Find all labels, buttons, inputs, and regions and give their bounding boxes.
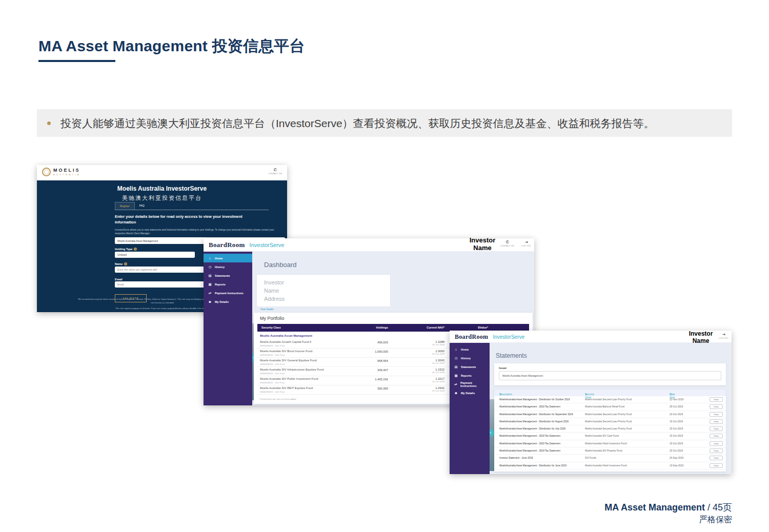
view-button[interactable]: View bbox=[710, 448, 723, 453]
login-title-en: Moelis Australia InvestorServe bbox=[37, 185, 287, 192]
fund-name[interactable]: Moelis Australia SIV Public Investment F… bbox=[260, 377, 318, 380]
table-row: Investor Statement - June 2019 SIV Funds… bbox=[494, 455, 726, 462]
fund-account: 00000000/02 - Unit Trust bbox=[260, 363, 285, 365]
investor-card-line: Address bbox=[264, 296, 390, 302]
statements-table: Description ⇅ Security Class ⇅ Date Sent… bbox=[494, 390, 726, 472]
statement-security-class: Moelis Australia Secured Loan Priority F… bbox=[585, 413, 667, 416]
footer-confidential: 严格保密 bbox=[604, 515, 732, 525]
help-icon[interactable]: ? bbox=[124, 262, 127, 265]
statement-security-class: Moelis Australia Secured Loan Priority F… bbox=[585, 420, 667, 423]
logout-button[interactable]: ⇥ LOG OUT bbox=[521, 240, 531, 247]
view-button[interactable]: View bbox=[710, 434, 723, 438]
nav-icon: ▤ bbox=[208, 274, 212, 278]
fund-nav-cell: 1.3060 31 Oct 2019 bbox=[414, 350, 444, 355]
view-button[interactable]: View bbox=[710, 404, 723, 409]
table-row: MoelisAustralia Asset Management - 2019 … bbox=[494, 433, 726, 440]
email-label: Email bbox=[115, 278, 123, 281]
nav-icon: ◷ bbox=[208, 265, 212, 269]
name-label: Name ? bbox=[115, 262, 127, 265]
nav-label: Statements bbox=[215, 274, 230, 277]
fund-nav-cell: 1.3217 31 Oct 2019 bbox=[414, 377, 444, 383]
statement-security-class: Moelis Australia Bathurst Retail Fund bbox=[585, 405, 667, 408]
view-button[interactable]: View bbox=[710, 426, 723, 431]
statement-description: MoelisAustralia Asset Management - Distr… bbox=[499, 398, 582, 401]
contact-us-button[interactable]: ✆ CONTACT US bbox=[268, 168, 282, 175]
col-value: $Value* bbox=[473, 326, 493, 329]
fund-name[interactable]: Moelis Australia SIV REIT Equities Fund bbox=[260, 386, 313, 390]
portfolio-group-label: Moelis Australia Asset Management bbox=[260, 334, 312, 337]
view-button[interactable]: View bbox=[710, 419, 723, 424]
fund-nav-date: 31 Oct 2019 bbox=[414, 380, 444, 383]
view-details-link[interactable]: View Details bbox=[260, 308, 273, 311]
holding-type-input[interactable]: Unlisted bbox=[115, 252, 195, 258]
issuer-label: Issuer bbox=[499, 366, 507, 370]
fund-name[interactable]: Moelis Australia SIV Infrastructure Equi… bbox=[260, 368, 323, 371]
tab-register[interactable]: Register bbox=[115, 202, 135, 210]
table-row: MoelisAustralia Asset Management - 2019 … bbox=[494, 440, 726, 447]
statement-description: Investor Statement - June 2019 bbox=[499, 457, 582, 459]
fund-account: 00000000/02 - Unit Trust bbox=[260, 344, 285, 347]
boardroom-logo: BoardRoom bbox=[209, 241, 245, 249]
nav-label: History bbox=[461, 357, 471, 360]
summary-bar: 投资人能够通过美驰澳大利亚投资信息平台（InvestorServe）查看投资概况… bbox=[37, 109, 732, 137]
moelis-logo-text: MOELIS bbox=[53, 168, 80, 173]
nav-icon: ▦ bbox=[208, 282, 212, 287]
table-row: MoelisAustralia Asset Management - Distr… bbox=[494, 462, 726, 469]
nav-icon: ⌂ bbox=[208, 256, 212, 260]
table-row: MoelisAustralia Asset Management - Distr… bbox=[494, 425, 726, 433]
nav-icon: ☻ bbox=[208, 300, 212, 303]
login-header: MOELIS AUSTRALIA ✆ CONTACT US bbox=[37, 165, 287, 180]
sidebar-item[interactable]: ◷ History bbox=[450, 354, 490, 362]
bullet-icon bbox=[47, 121, 51, 125]
sidebar-item[interactable]: ▦ Reports bbox=[450, 371, 490, 380]
view-button[interactable]: View bbox=[710, 397, 723, 402]
fund-name[interactable]: Moelis Australia SIV Bond Income Fund bbox=[260, 350, 312, 353]
fund-holdings: 390,350 bbox=[360, 387, 388, 390]
statement-security-class: Moelis Australia Hotel Investment Fund bbox=[585, 442, 667, 445]
statement-description: MoelisAustralia Asset Management - Distr… bbox=[499, 413, 582, 416]
view-button[interactable]: View bbox=[710, 456, 723, 460]
sidebar-item[interactable]: ⌂ Home bbox=[450, 345, 490, 354]
table-row: MoelisAustralia Asset Management - 2019 … bbox=[494, 403, 726, 411]
moelis-logo-subtext: AUSTRALIA bbox=[53, 174, 80, 176]
help-icon[interactable]: ? bbox=[134, 248, 137, 251]
fund-nav-cell: 1.3043 31 Oct 2019 bbox=[414, 359, 444, 364]
sidebar-item[interactable]: ⇄ Payment Instructions bbox=[450, 380, 490, 388]
fund-name[interactable]: Moelis Australia SIV General Equities Fu… bbox=[260, 359, 317, 362]
sidebar-item[interactable]: ◷ History bbox=[204, 262, 252, 271]
sidebar-item[interactable]: ⌂ Home bbox=[204, 254, 252, 262]
nav-label: Reports bbox=[461, 374, 472, 377]
view-button[interactable]: View bbox=[710, 441, 723, 446]
sidebar-item[interactable]: ▤ Statements bbox=[204, 271, 252, 280]
fund-name[interactable]: Moelis Australia Growth Capital Fund II bbox=[260, 340, 311, 343]
statement-description: MoelisAustralia Asset Management - 2019 … bbox=[499, 442, 582, 445]
investorserve-logo: InvestorServe bbox=[250, 242, 285, 248]
fund-nav-date: 31 Oct 2019 bbox=[414, 353, 444, 355]
summary-text: 投资人能够通过美驰澳大利亚投资信息平台（InvestorServe）查看投资概况… bbox=[60, 116, 655, 131]
portfolio-footnote: *Current price per unit as at last updat… bbox=[259, 398, 296, 400]
sidebar-item[interactable]: ⇄ Payment Instructions bbox=[204, 289, 252, 297]
sidebar-item[interactable]: ☻ My Details bbox=[450, 388, 490, 397]
col-current-nav: Current NAV* bbox=[414, 326, 444, 329]
fund-account: 00000000/01 - Unit Trust bbox=[260, 381, 285, 384]
sidebar-item[interactable]: ▦ Reports bbox=[204, 280, 252, 289]
statement-date-sent: 23-Oct-2019 bbox=[670, 413, 683, 416]
table-row: MoelisAustralia Asset Management - Distr… bbox=[494, 396, 726, 403]
sidebar-item[interactable]: ☻ My Details bbox=[204, 297, 252, 306]
tab-faq[interactable]: FAQ bbox=[135, 202, 149, 210]
table-row: MoelisAustralia Asset Management - Distr… bbox=[494, 418, 726, 425]
footer-page-number: / 45页 bbox=[705, 502, 732, 513]
statement-security-class: Moelis Australia SIV Cash Fund bbox=[585, 435, 667, 437]
nav-label: Home bbox=[461, 348, 469, 351]
statement-security-class: Moelis Australia Secured Loan Priority F… bbox=[585, 398, 667, 401]
statement-date-sent: 15-Oct-2019 bbox=[670, 427, 683, 430]
sidebar-item[interactable]: ▤ Statements bbox=[450, 362, 490, 371]
statement-security-class: Moelis Australia Secured Loan Priority F… bbox=[585, 427, 667, 430]
statement-description: MoelisAustralia Asset Management - 2019 … bbox=[499, 449, 582, 452]
view-button[interactable]: View bbox=[710, 463, 723, 468]
issuer-select[interactable]: Moelis Australia Asset Management bbox=[499, 371, 721, 380]
view-button[interactable]: View bbox=[710, 412, 723, 417]
statement-date-sent: 15-Oct-2019 bbox=[670, 449, 683, 452]
nav-icon: ⌂ bbox=[454, 347, 458, 351]
statement-date-sent: 15-Oct-2019 bbox=[670, 442, 683, 445]
